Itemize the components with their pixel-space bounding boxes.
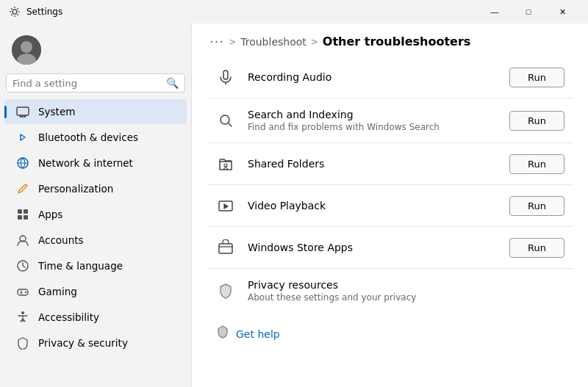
windows-store-run-button[interactable]: Run [509,238,564,258]
search-icon: 🔍 [166,77,179,89]
system-icon [16,105,29,118]
shared-folders-icon [215,153,236,174]
get-help-link[interactable]: Get help [192,313,588,355]
sidebar-item-label-accessibility: Accessibility [38,311,99,323]
sidebar-item-apps[interactable]: Apps [4,202,187,227]
recording-audio-run-button[interactable]: Run [509,68,564,87]
search-indexing-desc: Find and fix problems with Windows Searc… [248,122,498,132]
breadcrumb-sep-2: > [311,37,318,47]
sidebar-item-system[interactable]: System [4,99,187,124]
search-indexing-run-button[interactable]: Run [509,111,564,131]
breadcrumb-current: Other troubleshooters [323,35,470,48]
recording-audio-name: Recording Audio [248,71,498,83]
breadcrumb-troubleshoot-link[interactable]: Troubleshoot [240,36,306,48]
sidebar-item-label-accounts: Accounts [38,234,84,246]
minimize-button[interactable]: — [478,0,512,23]
video-playback-name: Video Playback [248,200,498,211]
titlebar-controls: — □ ✕ [478,0,579,23]
content-area: ··· > Troubleshoot > Other troubleshoote… [191,23,588,387]
time-icon [16,259,29,272]
privacy-icon [16,336,29,350]
list-item: Recording Audio Run [207,57,573,98]
breadcrumb: ··· > Troubleshoot > Other troubleshoote… [192,23,588,57]
shared-folders-info: Shared Folders [248,158,498,170]
svg-rect-18 [219,244,232,253]
troubleshooter-list: Recording Audio Run Search and Indexing … [192,57,588,313]
gaming-icon [16,285,29,298]
sidebar-item-gaming[interactable]: Gaming [4,279,187,304]
windows-store-name: Windows Store Apps [248,242,498,253]
list-item: Search and Indexing Find and fix problem… [207,98,573,143]
privacy-resources-desc: About these settings and your privacy [248,292,564,303]
personalization-icon [16,182,29,195]
sidebar-item-accounts[interactable]: Accounts [4,228,187,253]
get-help-icon [215,325,230,343]
sidebar-item-label-time: Time & language [38,260,123,272]
sidebar-item-accessibility[interactable]: Accessibility [4,305,187,330]
svg-point-15 [220,115,229,124]
search-indexing-name: Search and Indexing [248,109,498,120]
video-playback-icon [215,195,236,216]
windows-store-info: Windows Store Apps [248,242,498,253]
sidebar-item-label-network: Network & internet [38,157,133,169]
list-item: Shared Folders Run [207,143,573,185]
sidebar-item-label-personalization: Personalization [38,183,113,195]
search-box[interactable]: 🔍 [6,73,185,93]
windows-store-icon [215,237,236,258]
list-item: Privacy resources About these settings a… [207,269,573,313]
svg-rect-4 [17,107,29,115]
svg-point-13 [21,311,24,314]
svg-rect-7 [24,209,28,214]
sidebar-item-network[interactable]: Network & internet [4,151,187,176]
search-input[interactable] [12,78,162,89]
shared-folders-run-button[interactable]: Run [509,154,564,174]
sidebar-item-label-bluetooth: Bluetooth & devices [38,131,138,143]
avatar [12,35,41,65]
video-playback-run-button[interactable]: Run [509,196,564,216]
privacy-resources-name: Privacy resources [248,279,564,291]
breadcrumb-dots: ··· [209,34,224,49]
list-item: Windows Store Apps Run [207,227,573,269]
privacy-resources-info: Privacy resources About these settings a… [248,279,564,303]
maximize-button[interactable]: □ [512,0,545,23]
sidebar-item-label-apps: Apps [38,209,62,220]
svg-point-0 [12,10,17,14]
settings-icon [9,6,21,18]
titlebar-title: Settings [26,7,62,17]
sidebar-item-label-privacy: Privacy & security [38,337,128,349]
search-indexing-icon [215,110,236,131]
sidebar-item-label-gaming: Gaming [38,286,77,297]
user-section [0,29,191,73]
shared-folders-name: Shared Folders [248,158,498,170]
recording-audio-info: Recording Audio [248,71,498,83]
sidebar-item-privacy[interactable]: Privacy & security [4,330,187,355]
svg-point-2 [21,41,32,53]
svg-rect-9 [24,215,28,220]
privacy-resources-icon [215,281,236,301]
sidebar: 🔍 System Bluetooth & devices [0,23,191,387]
sidebar-item-bluetooth[interactable]: Bluetooth & devices [4,125,187,150]
sidebar-item-label-system: System [38,106,75,117]
nav-list: System Bluetooth & devices Network & [0,98,191,387]
accounts-icon [16,234,29,247]
sidebar-item-personalization[interactable]: Personalization [4,176,187,201]
search-indexing-info: Search and Indexing Find and fix problem… [248,109,498,132]
network-icon [16,156,29,170]
recording-audio-icon [215,67,236,87]
close-button[interactable]: ✕ [545,0,579,23]
app-body: 🔍 System Bluetooth & devices [0,23,588,387]
accessibility-icon [16,311,29,324]
breadcrumb-sep-1: > [229,37,236,47]
svg-rect-8 [18,215,22,220]
get-help-label: Get help [236,328,280,340]
bluetooth-icon [16,131,29,144]
titlebar: Settings — □ ✕ [0,0,588,23]
apps-icon [16,208,29,221]
svg-rect-6 [18,209,22,214]
sidebar-item-time[interactable]: Time & language [4,253,187,278]
list-item: Video Playback Run [207,185,573,227]
svg-rect-14 [223,70,228,79]
video-playback-info: Video Playback [248,200,498,211]
